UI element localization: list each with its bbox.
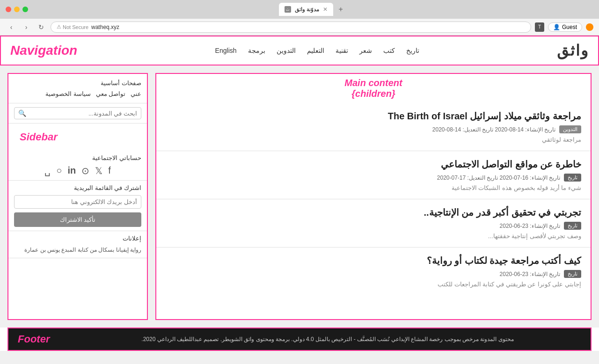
search-social-icon[interactable]: ○: [56, 165, 62, 176]
sidebar-section-label: Sidebar: [8, 124, 147, 151]
nav-link-barmaja[interactable]: برمجة: [248, 47, 265, 54]
article-tag[interactable]: التدوين: [559, 125, 581, 133]
close-dot[interactable]: [6, 7, 11, 12]
sidebar-item-links[interactable]: عني تواصل معي سياسة الخصوصية: [14, 88, 141, 99]
article-title[interactable]: كيف أكتب مراجعة جيدة لكتاب أو رواية؟: [166, 255, 581, 266]
article-date: تاريخ الإنشاء: 23-06-2020: [500, 271, 560, 277]
rss-icon[interactable]: ␣: [44, 165, 51, 176]
ads-title: إعلانات: [14, 235, 141, 242]
main-content-label: Main content{children}: [156, 74, 591, 103]
subscribe-button[interactable]: تأكيد الاشتراك: [14, 212, 141, 227]
sidebar-section-social: حساباتي الاجتماعية ␣ ○ in ⊙ 𝕏 f: [8, 151, 147, 181]
ads-text: رواية إيفيانا بسكال من كتابة المبدع يونس…: [14, 246, 141, 254]
article-meta: تاريخ تاريخ الإنشاء: 16-07-2020 تاريخ ال…: [166, 174, 581, 182]
tab-title: مدوّنة واثق: [295, 6, 319, 13]
browser-chrome: ث مدوّنة واثق ✕ + ‹ › ↻ ⚠ Not Secure wat…: [0, 0, 599, 36]
article-excerpt: شيء ما أريد قوله بخصوص هذه الشبكات الاجت…: [166, 184, 581, 191]
nav-bar: Navigation تاريخ كتب شعر تقنية التعليم ا…: [1, 36, 598, 65]
sidebar-section-main: صفحات أساسية عني تواصل معي سياسة الخصوصي…: [8, 74, 147, 103]
minimize-dot[interactable]: [14, 7, 20, 12]
maximize-dot[interactable]: [22, 7, 28, 12]
article-excerpt: وصف تجربتي لأقصى إنتاجية حققتها...: [166, 233, 581, 240]
tab-favicon: ث: [285, 6, 291, 13]
nav-link-english[interactable]: English: [215, 47, 237, 54]
browser-titlebar: ث مدوّنة واثق ✕ +: [0, 0, 599, 19]
not-secure-label: ⚠ Not Secure: [57, 24, 88, 30]
social-icons-group: ␣ ○ in ⊙ 𝕏 f: [14, 165, 141, 176]
article-title[interactable]: خاطرة عن مواقع التواصل الاجتماعي: [166, 159, 581, 170]
github-icon[interactable]: ⊙: [81, 165, 89, 176]
article-tag[interactable]: تاريخ: [564, 174, 581, 182]
subscribe-email-input[interactable]: [14, 195, 141, 209]
linkedin-icon[interactable]: in: [67, 165, 76, 176]
article-item: تجربتي في تحقيق أكبر قدر من الإنتاجية.. …: [156, 199, 591, 248]
facebook-icon[interactable]: f: [108, 165, 111, 176]
sidebar-search-bar[interactable]: 🔍: [14, 107, 141, 119]
social-accounts-title: حساباتي الاجتماعية: [14, 154, 141, 161]
nav-link-shir[interactable]: شعر: [359, 47, 372, 54]
article-title[interactable]: مراجعة وثائقي ميلاد إسرائيل The Birth of…: [166, 110, 581, 122]
article-date: تاريخ الإنشاء: 23-06-2020: [500, 223, 560, 229]
sidebar-section-subscribe: اشترك في القائمة البريدية تأكيد الاشتراك: [8, 181, 147, 231]
main-content-wrapper: Main content{children} مراجعة وثائقي ميل…: [155, 73, 592, 320]
back-button[interactable]: ‹: [6, 22, 17, 33]
sidebar-item-pages[interactable]: صفحات أساسية: [14, 78, 141, 88]
window-controls: [6, 7, 28, 12]
reload-button[interactable]: ↻: [36, 22, 47, 33]
forward-button[interactable]: ›: [21, 22, 32, 33]
article-item: مراجعة وثائقي ميلاد إسرائيل The Birth of…: [156, 103, 591, 151]
article-tag[interactable]: تاريخ: [564, 222, 581, 230]
article-meta: التدوين تاريخ الإنشاء: 14-08-2020 تاريخ …: [166, 125, 581, 133]
url-text: watheq.xyz: [91, 24, 119, 30]
article-item: خاطرة عن مواقع التواصل الاجتماعي تاريخ ت…: [156, 151, 591, 199]
subscribe-title: اشترك في القائمة البريدية: [14, 184, 141, 191]
footer-label: Footer: [18, 333, 74, 345]
active-tab[interactable]: ث مدوّنة واثق ✕: [279, 3, 333, 16]
nav-link-tadwin[interactable]: التدوين: [277, 47, 296, 54]
sidebar-wrapper: صفحات أساسية عني تواصل معي سياسة الخصوصي…: [7, 73, 148, 320]
extension-icon[interactable]: T: [535, 22, 544, 32]
article-excerpt: مراجعة لوثائقي: [166, 136, 581, 143]
person-icon: 👤: [553, 24, 560, 30]
search-input[interactable]: [29, 110, 137, 117]
sidebar-section-search: 🔍: [8, 103, 147, 124]
lock-icon: ⚠: [57, 24, 61, 30]
article-date: تاريخ الإنشاء: 14-08-2020 تاريخ التعديل:…: [432, 126, 555, 133]
search-icon: 🔍: [18, 109, 26, 117]
article-tag[interactable]: تاريخ: [564, 270, 581, 278]
new-tab-button[interactable]: +: [335, 4, 346, 15]
article-excerpt: إجابتي على كونرا عن طريقتي في كتابة المر…: [166, 281, 581, 288]
address-field[interactable]: ⚠ Not Secure watheq.xyz: [51, 22, 531, 33]
notification-dot: [586, 23, 593, 31]
guest-button[interactable]: 👤 Guest: [548, 22, 582, 32]
tab-close-button[interactable]: ✕: [323, 6, 328, 13]
sidebar-label: Sidebar: [14, 127, 141, 147]
nav-links: تاريخ كتب شعر تقنية التعليم التدوين برمج…: [215, 47, 419, 54]
twitter-icon[interactable]: 𝕏: [95, 165, 102, 176]
navigation-label: Navigation: [10, 43, 77, 58]
footer-wrapper: Footer محتوى المدونة مرخص بموجب رخصة الم…: [7, 328, 592, 351]
nav-link-talim[interactable]: التعليم: [307, 47, 324, 54]
nav-link-tarikh[interactable]: تاريخ: [406, 47, 419, 54]
address-bar: ‹ › ↻ ⚠ Not Secure watheq.xyz T 👤 Guest: [0, 19, 599, 36]
article-title[interactable]: تجربتي في تحقيق أكبر قدر من الإنتاجية..: [166, 207, 581, 218]
article-meta: تاريخ تاريخ الإنشاء: 23-06-2020: [166, 222, 581, 230]
article-date: تاريخ الإنشاء: 16-07-2020 تاريخ التعديل:…: [437, 175, 560, 181]
main-layout: صفحات أساسية عني تواصل معي سياسة الخصوصي…: [0, 66, 599, 328]
sidebar-section-ads: إعلانات رواية إيفيانا بسكال من كتابة الم…: [8, 231, 147, 258]
nav-link-tiqniya[interactable]: تقنية: [336, 47, 348, 54]
website: Navigation تاريخ كتب شعر تقنية التعليم ا…: [0, 36, 599, 351]
address-bar-right: T 👤 Guest: [535, 22, 593, 32]
nav-link-kutub[interactable]: كتب: [383, 47, 395, 54]
article-item: كيف أكتب مراجعة جيدة لكتاب أو رواية؟ تار…: [156, 248, 591, 295]
footer-text: محتوى المدونة مرخص بموجب رخصة المشاع الإ…: [74, 336, 581, 342]
nav-logo: واثق: [557, 42, 589, 59]
article-meta: تاريخ تاريخ الإنشاء: 23-06-2020: [166, 270, 581, 278]
navigation-wrapper: Navigation تاريخ كتب شعر تقنية التعليم ا…: [0, 36, 599, 66]
